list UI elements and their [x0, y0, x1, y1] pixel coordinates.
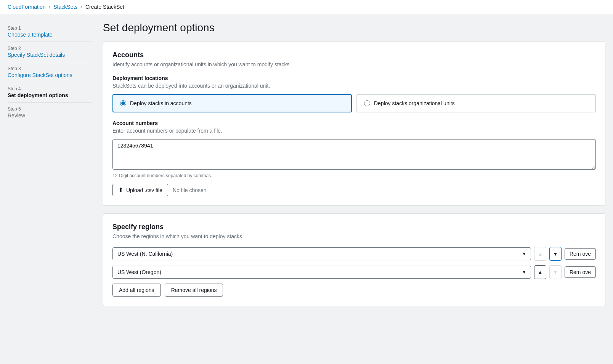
step2-title[interactable]: Specify StackSet details — [8, 52, 91, 58]
deployment-location-options: Deploy stacks in accounts Deploy stacks … — [112, 94, 596, 112]
option-org-units-label: Deploy stacks organizational units — [374, 100, 455, 106]
upload-icon: ⬆ — [118, 186, 123, 194]
account-numbers-label: Account numbers — [112, 120, 596, 126]
region-select-1[interactable]: US West (N. California) US West (Oregon)… — [112, 247, 531, 260]
step3-title[interactable]: Configure StackSet options — [8, 72, 91, 78]
main-content: Set deployment options Accounts Identify… — [103, 22, 605, 314]
regions-card-subtitle: Choose the regions in which you want to … — [112, 233, 596, 239]
option-accounts[interactable]: Deploy stacks in accounts — [112, 94, 352, 112]
sidebar: Step 1 Choose a template Step 2 Specify … — [8, 22, 91, 314]
region-select-wrapper-1: US West (N. California) US West (Oregon)… — [112, 247, 531, 260]
move-down-button-1[interactable]: ▼ — [549, 247, 562, 261]
region-action-row: Add all regions Remove all regions — [112, 284, 596, 297]
deployment-locations-desc: StackSets can be deployed into accounts … — [112, 83, 596, 89]
step3-label: Step 3 — [8, 66, 91, 71]
account-numbers-textarea[interactable] — [112, 139, 596, 170]
no-file-text: No file chosen — [173, 187, 207, 193]
move-down-button-2[interactable]: ▼ — [549, 265, 562, 279]
remove-region-button-2[interactable]: Rem ove — [565, 266, 596, 278]
breadcrumb-sep-1: › — [49, 4, 51, 10]
step1-label: Step 1 — [8, 26, 91, 31]
step2-label: Step 2 — [8, 46, 91, 51]
radio-accounts[interactable] — [120, 100, 126, 106]
step1-title[interactable]: Choose a template — [8, 32, 91, 38]
step4-title: Set deployment options — [8, 92, 91, 98]
option-accounts-label: Deploy stacks in accounts — [130, 100, 192, 106]
option-org-units[interactable]: Deploy stacks organizational units — [356, 94, 596, 112]
region-row-2: US West (Oregon) US West (N. California)… — [112, 265, 596, 279]
sidebar-item-step4: Step 4 Set deployment options — [8, 82, 91, 103]
step4-label: Step 4 — [8, 86, 91, 91]
move-up-button-2[interactable]: ▲ — [534, 265, 546, 279]
regions-card-title: Specify regions — [112, 223, 596, 231]
radio-org-units[interactable] — [364, 100, 370, 106]
breadcrumb-cloudformation[interactable]: CloudFormation — [8, 4, 46, 10]
sidebar-item-step1: Step 1 Choose a template — [8, 22, 91, 42]
sidebar-item-step3: Step 3 Configure StackSet options — [8, 62, 91, 82]
upload-btn-label: Upload .csv file — [126, 187, 162, 193]
sidebar-item-step2: Step 2 Specify StackSet details — [8, 42, 91, 62]
region-row-1: US West (N. California) US West (Oregon)… — [112, 247, 596, 261]
remove-all-regions-button[interactable]: Remove all regions — [165, 284, 223, 297]
upload-csv-button[interactable]: ⬆ Upload .csv file — [112, 184, 168, 196]
page-title: Set deployment options — [103, 22, 605, 34]
account-numbers-hint: 12-Digit account numbers separated by co… — [112, 173, 596, 178]
deployment-locations-label: Deployment locations — [112, 75, 596, 81]
upload-row: ⬆ Upload .csv file No file chosen — [112, 184, 596, 196]
breadcrumb-current: Create StackSet — [85, 4, 124, 10]
step5-title: Review — [8, 112, 91, 119]
accounts-card: Accounts Identify accounts or organizati… — [103, 42, 605, 206]
step5-label: Step 5 — [8, 106, 91, 112]
add-all-regions-button[interactable]: Add all regions — [112, 284, 161, 297]
region-select-wrapper-2: US West (Oregon) US West (N. California)… — [112, 266, 531, 279]
regions-card: Specify regions Choose the regions in wh… — [103, 213, 605, 306]
region-select-2[interactable]: US West (Oregon) US West (N. California)… — [112, 266, 531, 279]
accounts-card-title: Accounts — [112, 51, 596, 59]
breadcrumb-sep-2: › — [80, 4, 82, 10]
sidebar-item-step5: Step 5 Review — [8, 103, 91, 122]
account-numbers-desc: Enter account numbers or populate from a… — [112, 128, 596, 134]
accounts-card-subtitle: Identify accounts or organizational unit… — [112, 61, 596, 67]
remove-region-button-1[interactable]: Rem ove — [565, 248, 596, 260]
breadcrumb-stacksets[interactable]: StackSets — [53, 4, 77, 10]
move-up-button-1[interactable]: ▲ — [534, 247, 546, 261]
breadcrumb: CloudFormation › StackSets › Create Stac… — [0, 0, 613, 14]
